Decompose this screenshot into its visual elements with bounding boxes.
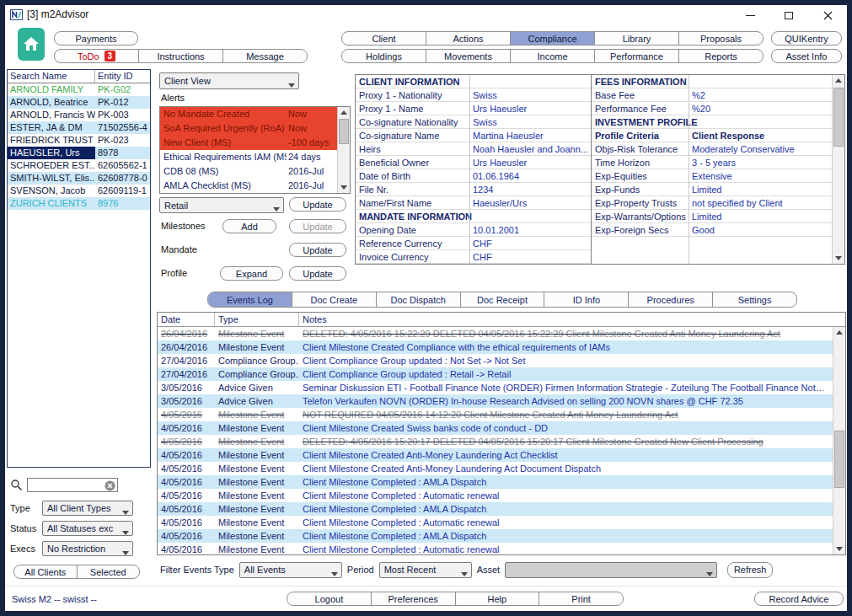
footer-logout-button[interactable]: Logout — [287, 592, 372, 605]
event-row[interactable]: 4/05/2016Milestone EventClient Milestone… — [158, 448, 833, 462]
event-row[interactable]: 4/05/2016Milestone EventNOT REQUIRED 04/… — [158, 408, 833, 421]
asset-info-button[interactable]: Asset Info — [771, 49, 842, 63]
scroll-down-icon[interactable] — [833, 253, 844, 264]
event-row[interactable]: 27/04/2016Compliance Group...Client Comp… — [158, 354, 833, 367]
tab-reports[interactable]: Reports — [679, 50, 763, 62]
footer-help-button[interactable]: Help — [456, 592, 540, 605]
client-row[interactable]: FRIEDRICK TRUSTPK-023 — [8, 134, 150, 147]
alert-item[interactable]: No Mandate CreatedNow — [160, 107, 350, 121]
clear-search-icon[interactable] — [104, 480, 115, 493]
execs-select[interactable]: No Restriction — [42, 541, 133, 556]
client-row[interactable]: HAEUSLER, Urs8978 — [8, 147, 150, 159]
instructions-button[interactable]: Instructions — [139, 50, 223, 62]
tab-client[interactable]: Client — [342, 32, 426, 45]
mandate-update-button[interactable]: Update — [289, 243, 346, 257]
tab-doc-create[interactable]: Doc Create — [292, 292, 377, 307]
retail-update-button[interactable]: Update — [289, 197, 346, 212]
period-select[interactable]: Most Recent — [379, 562, 472, 578]
client-search-input[interactable] — [29, 479, 104, 490]
refresh-button[interactable]: Refresh — [727, 562, 773, 578]
column-notes[interactable]: Notes — [299, 313, 833, 326]
events-scrollbar[interactable] — [833, 327, 845, 554]
quikentry-button[interactable]: QUIKentry — [771, 31, 842, 46]
column-type[interactable]: Type — [215, 313, 299, 326]
tab-doc-receipt[interactable]: Doc Receipt — [461, 292, 545, 307]
column-entity-id[interactable]: Entity ID — [95, 70, 150, 83]
selected-clients-button[interactable]: Selected — [78, 565, 140, 578]
event-row[interactable]: 4/05/2016Milestone EventClient Milestone… — [158, 502, 833, 516]
scroll-up-icon[interactable] — [833, 327, 845, 338]
all-clients-button[interactable]: All Clients — [14, 565, 78, 578]
type-select[interactable]: All Client Types — [42, 501, 133, 516]
tab-id-info[interactable]: ID Info — [544, 292, 629, 307]
client-row[interactable]: ESTER, JA & DM71502556-4 — [8, 121, 150, 134]
tab-library[interactable]: Library — [595, 32, 679, 45]
maximize-button[interactable] — [776, 5, 801, 25]
scroll-down-icon[interactable] — [833, 544, 845, 554]
alert-item[interactable]: Ethical Requirements IAM (MS)24 days — [160, 150, 350, 164]
client-row[interactable]: SMITH-WILST, Elis...62608778-0 — [8, 172, 150, 185]
tab-actions[interactable]: Actions — [426, 32, 511, 45]
tab-movements[interactable]: Movements — [426, 50, 511, 62]
client-row[interactable]: SCHROEDER EST...62605562-1 — [8, 159, 150, 172]
footer-print-button[interactable]: Print — [539, 592, 623, 605]
retail-select[interactable]: Retail — [159, 197, 284, 213]
column-search-name[interactable]: Search Name — [8, 70, 95, 83]
payments-button[interactable]: Payments — [54, 31, 138, 46]
scroll-thumb[interactable] — [834, 431, 844, 488]
event-row[interactable]: 4/05/2016Milestone EventClient Milestone… — [158, 489, 833, 502]
scroll-thumb[interactable] — [339, 119, 349, 144]
home-button[interactable] — [18, 28, 45, 61]
scroll-up-icon[interactable] — [833, 75, 844, 86]
event-row[interactable]: 4/05/2016Milestone EventClient Milestone… — [158, 529, 833, 543]
scroll-track[interactable] — [833, 86, 844, 253]
scroll-track[interactable] — [833, 338, 845, 544]
tab-procedures[interactable]: Procedures — [629, 292, 713, 307]
alert-item[interactable]: CDB 08 (MS)2016-Jul — [160, 164, 350, 179]
event-row[interactable]: 26/04/2016Milestone EventDELETED: 4/05/2… — [158, 327, 833, 340]
profile-update-button[interactable]: Update — [289, 266, 346, 281]
tab-performance[interactable]: Performance — [595, 50, 679, 62]
event-row[interactable]: 4/05/2016Milestone EventClient Milestone… — [158, 462, 833, 475]
minimize-button[interactable] — [737, 5, 763, 25]
client-row[interactable]: SVENSON, Jacob62609119-1 — [8, 185, 150, 197]
close-button[interactable] — [815, 5, 840, 25]
event-row[interactable]: 27/04/2016Compliance Group...Client Comp… — [158, 367, 833, 381]
scroll-thumb[interactable] — [833, 88, 844, 147]
column-date[interactable]: Date — [158, 313, 215, 326]
scroll-down-icon[interactable] — [338, 182, 350, 193]
profile-expand-button[interactable]: Expand — [220, 266, 283, 281]
milestones-add-button[interactable]: Add — [222, 219, 276, 233]
client-row[interactable]: ZURICH CLIENTS8976 — [8, 197, 150, 210]
alerts-scrollbar[interactable] — [337, 107, 350, 193]
tab-settings[interactable]: Settings — [713, 292, 796, 307]
footer-preferences-button[interactable]: Preferences — [372, 592, 456, 605]
todo-button[interactable]: ToDo 3 — [55, 50, 139, 62]
event-row[interactable]: 4/05/2016Milestone EventClient Milestone… — [158, 543, 833, 554]
client-row[interactable]: ARNOLD, Francis WPK-003 — [8, 109, 150, 121]
event-row[interactable]: 26/04/2016Milestone EventClient Mileston… — [158, 340, 833, 354]
view-select[interactable]: Client View — [159, 72, 299, 89]
client-row[interactable]: ARNOLD, BeatricePK-012 — [8, 96, 150, 109]
tab-compliance[interactable]: Compliance — [511, 32, 595, 45]
scroll-track[interactable] — [338, 118, 350, 182]
event-row[interactable]: 4/05/2016Milestone EventDELETED: 4/05/20… — [158, 435, 833, 448]
scroll-up-icon[interactable] — [338, 107, 350, 118]
event-row[interactable]: 3/05/2016Advice GivenTelefon Verkaufen N… — [158, 394, 833, 408]
status-select[interactable]: All Statuses exc — [42, 521, 133, 536]
client-info-scrollbar[interactable] — [832, 75, 844, 264]
alert-item[interactable]: SoA Required Urgently (RoA)Now — [160, 121, 350, 136]
event-row[interactable]: 4/05/2016Milestone EventClient Milestone… — [158, 475, 833, 489]
tab-doc-dispatch[interactable]: Doc Dispatch — [377, 292, 461, 307]
alert-item[interactable]: AMLA Checklist (MS)2016-Jul — [160, 179, 350, 193]
event-row[interactable]: 4/05/2016Milestone EventClient Milestone… — [158, 516, 833, 529]
tab-proposals[interactable]: Proposals — [679, 32, 763, 45]
events-type-select[interactable]: All Events — [239, 562, 342, 578]
tab-holdings[interactable]: Holdings — [342, 50, 426, 62]
message-button[interactable]: Message — [223, 50, 307, 62]
record-advice-button[interactable]: Record Advice — [754, 592, 844, 606]
alert-item[interactable]: New Client (MS)-100 days — [160, 136, 350, 150]
client-row[interactable]: ARNOLD FAMILYPK-G02 — [8, 83, 150, 96]
event-row[interactable]: 4/05/2016Milestone EventClient Milestone… — [158, 421, 833, 435]
tab-events-log[interactable]: Events Log — [208, 292, 292, 307]
